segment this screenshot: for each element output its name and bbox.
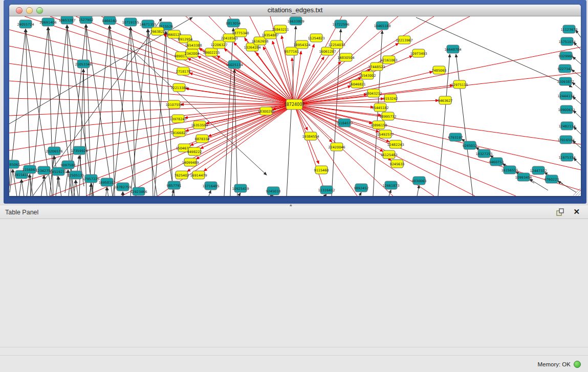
graph-node[interactable]: 11123678 — [560, 25, 577, 33]
graph-node[interactable]: 14830504 — [337, 53, 354, 61]
graph-node[interactable]: 19166827 — [170, 128, 187, 137]
graph-node[interactable]: 17016504 — [557, 136, 574, 144]
graph-node[interactable]: 16633809 — [287, 17, 304, 25]
graph-node[interactable]: 9329966 — [559, 52, 574, 60]
graph-node[interactable]: 16648784 — [444, 45, 461, 53]
citation-edge-selected[interactable] — [294, 104, 581, 170]
graph-node[interactable]: 13978243 — [169, 115, 186, 123]
graph-node[interactable]: 9760223 — [545, 175, 559, 183]
graph-node[interactable]: 12482243 — [387, 140, 404, 148]
graph-node[interactable]: 18327255 — [475, 149, 492, 158]
graph-node[interactable]: 8878334 — [195, 135, 210, 143]
graph-node[interactable]: 22420046 — [328, 143, 345, 151]
graph-node[interactable]: 17957225 — [82, 174, 99, 183]
graph-node[interactable]: 12254033 — [328, 40, 345, 49]
resize-grip-icon[interactable] — [576, 191, 580, 195]
window-titlebar[interactable]: citations_edges.txt — [9, 5, 581, 16]
graph-node[interactable]: 16914479 — [190, 171, 207, 179]
graph-node[interactable]: 15445182 — [372, 103, 388, 112]
graph-node[interactable]: 9245018 — [266, 187, 281, 195]
citation-edge-selected[interactable] — [9, 104, 294, 150]
graph-node[interactable]: 15722596 — [332, 20, 349, 28]
citation-edge[interactable] — [148, 29, 175, 196]
graph-node[interactable]: 18043212 — [365, 89, 382, 97]
graph-node[interactable]: 17448523 — [368, 62, 385, 71]
citation-edge-selected[interactable] — [9, 104, 294, 133]
graph-node[interactable]: 17359924 — [71, 146, 88, 155]
graph-node[interactable]: 10973493 — [410, 49, 427, 57]
hub-node[interactable]: 18724007 — [284, 99, 305, 110]
graph-node[interactable]: 10900633 — [558, 105, 575, 114]
float-panel-icon[interactable] — [555, 208, 564, 217]
graph-node[interactable]: 9498222 — [187, 147, 202, 156]
graph-node[interactable]: 16046821 — [349, 80, 365, 88]
citation-edge[interactable] — [572, 70, 581, 77]
citation-edge[interactable] — [148, 29, 153, 196]
graph-node[interactable]: 9857791 — [167, 181, 182, 189]
graph-node[interactable]: 8813054 — [226, 19, 241, 27]
citation-edge-selected[interactable] — [294, 104, 357, 196]
graph-node[interactable]: 15184577 — [336, 119, 353, 127]
citation-edge[interactable] — [573, 57, 581, 64]
graph-node[interactable]: 9245012 — [463, 141, 477, 149]
graph-node[interactable]: 16543388 — [185, 41, 202, 49]
graph-node[interactable]: 10465188 — [374, 21, 390, 30]
graph-node[interactable]: 16782759 — [114, 183, 131, 191]
memory-status-indicator[interactable] — [574, 361, 581, 368]
graph-node[interactable]: 1156863 — [23, 165, 37, 173]
graph-node[interactable]: 9245633 — [390, 160, 405, 168]
graph-node[interactable]: 10993456 — [515, 173, 532, 181]
graph-node[interactable]: 11675334 — [558, 153, 575, 161]
graph-node[interactable]: 11316412 — [318, 186, 335, 194]
graph-node[interactable]: 15716485 — [202, 182, 219, 190]
graph-node[interactable]: 12482114 — [558, 122, 575, 130]
graph-node[interactable]: 16958107 — [98, 178, 115, 186]
graph-node[interactable]: 9097588 — [61, 161, 76, 169]
graph-node[interactable]: 15751074 — [558, 37, 575, 46]
graph-node[interactable]: 6793197 — [448, 133, 463, 141]
graph-node[interactable]: 18954324 — [293, 40, 310, 49]
graph-node[interactable]: 12975115 — [451, 80, 468, 89]
graph-node[interactable]: 16025134 — [226, 60, 243, 69]
graph-node[interactable]: 9460753 — [489, 158, 504, 166]
citation-edge[interactable] — [271, 195, 273, 196]
graph-node[interactable]: 9153242 — [383, 94, 398, 102]
graph-node[interactable]: 18995732 — [379, 112, 396, 120]
citation-edge[interactable] — [21, 180, 26, 196]
citation-edge-selected[interactable] — [294, 43, 399, 104]
graph-node[interactable]: 10653287 — [58, 16, 75, 24]
citation-edge[interactable] — [120, 192, 123, 196]
resize-grip-icon[interactable] — [578, 193, 580, 195]
graph-node[interactable]: 10896158 — [370, 121, 387, 129]
graph-node[interactable]: 12505135 — [67, 171, 84, 179]
minimize-window-icon[interactable] — [26, 7, 33, 14]
citation-network-graph[interactable]: 2405572420691406106532871527902846616010… — [9, 16, 581, 196]
graph-node[interactable]: 9463627 — [438, 96, 453, 104]
graph-node[interactable]: 7485061 — [9, 160, 20, 168]
graph-node[interactable]: 9892452 — [354, 184, 369, 192]
citation-edge-selected[interactable] — [189, 73, 294, 104]
graph-node[interactable]: 24055724 — [17, 20, 34, 28]
graph-node[interactable]: 2718176 — [176, 67, 191, 75]
graph-node[interactable]: 11254823 — [308, 34, 324, 42]
citation-edge[interactable] — [238, 193, 241, 196]
citation-edge[interactable] — [416, 17, 572, 87]
graph-node[interactable]: 19384554 — [302, 132, 319, 140]
graph-node[interactable]: 15543002 — [359, 71, 376, 79]
graph-node[interactable]: 7625402 — [175, 171, 189, 179]
citation-edge[interactable] — [558, 181, 576, 192]
citation-edge-selected[interactable] — [294, 104, 393, 196]
graph-node[interactable]: 12923466 — [130, 187, 147, 195]
graph-node[interactable]: 21053346 — [75, 60, 92, 68]
graph-node[interactable]: 16125483 — [380, 150, 397, 159]
graph-node[interactable]: 8466160 — [102, 16, 117, 25]
graph-node[interactable]: 18775348 — [232, 29, 249, 37]
graph-node[interactable]: 20691406 — [39, 18, 56, 26]
graph-node[interactable]: 12444134 — [557, 92, 574, 100]
graph-node[interactable]: 7485063 — [432, 66, 447, 74]
citation-edge[interactable] — [107, 187, 112, 196]
graph-node[interactable]: 1527902 — [79, 16, 94, 24]
citation-edge[interactable] — [10, 169, 13, 192]
citation-edge-selected[interactable] — [294, 16, 367, 104]
graph-node[interactable]: 15492577 — [377, 130, 394, 138]
